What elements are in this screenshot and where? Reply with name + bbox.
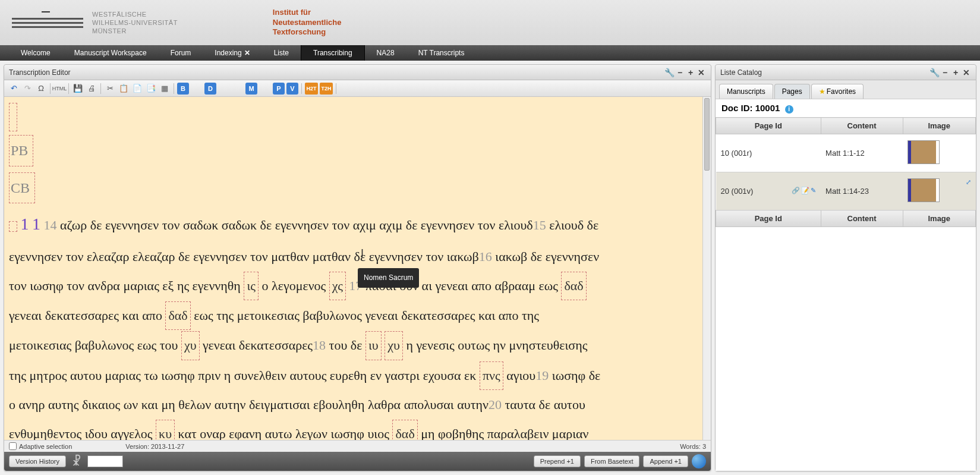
line-marker[interactable]	[9, 221, 17, 232]
nomen-sacrum[interactable]: δαδ	[561, 272, 586, 300]
copy-icon[interactable]: 📋	[118, 83, 130, 95]
globe-icon[interactable]	[692, 454, 706, 468]
nomen-sacrum[interactable]: ις	[244, 272, 259, 300]
tab-pages[interactable]: Pages	[774, 84, 810, 99]
col-content[interactable]: Content	[821, 118, 903, 134]
l-button[interactable]	[218, 83, 230, 95]
wrench-icon[interactable]: 🔧	[664, 68, 674, 77]
university-name: WESTFÄLISCHE WILHELMS-UNIVERSITÄT MÜNSTE…	[92, 10, 178, 36]
wrench-icon[interactable]: 🔧	[929, 68, 939, 77]
panel-title: Liste Catalog	[720, 68, 928, 77]
chapter-number: 1	[32, 215, 40, 233]
status-bar: Adaptive selection Version: 2013-11-27 W…	[4, 440, 711, 452]
minimize-icon[interactable]: −	[675, 68, 685, 77]
omega-button[interactable]: Ω	[35, 83, 47, 95]
break-marker[interactable]	[9, 103, 17, 131]
from-basetext-button[interactable]: From Basetext	[584, 455, 640, 467]
nav-manuscript-workspace[interactable]: Manuscript Workspace	[62, 45, 159, 61]
save-icon[interactable]: 💾	[72, 83, 84, 95]
slot-button[interactable]	[232, 83, 244, 95]
text-cursor-icon: I	[361, 243, 364, 265]
version-label: Version: 2013-11-27	[125, 443, 184, 450]
c-button[interactable]	[191, 83, 203, 95]
expand-icon[interactable]: ⤢	[966, 178, 971, 186]
html-button[interactable]: HTML	[53, 83, 65, 95]
transcription-editor[interactable]: PB CB 1 1 14 αζωρ δε εγεννησεν τον σαδωκ…	[4, 97, 702, 440]
nav-transcribing[interactable]: Transcribing	[301, 45, 365, 61]
nav-liste[interactable]: Liste	[262, 45, 301, 61]
nomen-sacrum[interactable]: δαδ	[165, 301, 190, 330]
t2h-button[interactable]: T2H	[320, 83, 333, 95]
print-icon[interactable]: 🖨	[86, 83, 97, 95]
nomen-sacrum[interactable]: ιυ	[365, 331, 382, 360]
nomen-sacrum[interactable]: χυ	[385, 331, 403, 360]
col-image[interactable]: Image	[903, 118, 975, 134]
verse-number: 20	[489, 397, 502, 412]
paste-special-icon[interactable]: 📑	[145, 83, 157, 95]
verse-number: 19	[535, 368, 549, 383]
nomen-sacrum[interactable]: κυ	[156, 420, 175, 440]
adaptive-selection-checkbox[interactable]	[9, 442, 17, 450]
v-button[interactable]: V	[286, 83, 298, 95]
manuscript-thumb[interactable]	[907, 178, 940, 202]
d-button[interactable]: D	[204, 83, 216, 95]
col-page-id[interactable]: Page Id	[716, 118, 821, 134]
editor-scrollbar[interactable]	[702, 97, 711, 440]
minimize-icon[interactable]: −	[940, 68, 950, 77]
m-button[interactable]: M	[245, 83, 257, 95]
star-icon: ★	[819, 87, 825, 96]
panels-container: Transcription Editor 🔧 − + ✕ ↶ ↷ Ω HTML …	[0, 61, 980, 475]
chapter-number: 1	[21, 215, 29, 233]
cell-page-id: 10 (001r)	[716, 134, 821, 172]
o-button[interactable]	[259, 83, 271, 95]
redo-button[interactable]: ↷	[21, 83, 33, 95]
col-page-id[interactable]: Page Id	[716, 210, 821, 227]
paste-icon[interactable]: 📄	[131, 83, 143, 95]
row-action-icons[interactable]: 🔗📝✎	[790, 187, 816, 194]
column-break-marker[interactable]: CB	[9, 172, 35, 203]
undo-button[interactable]: ↶	[8, 83, 20, 95]
cut-icon[interactable]: ✂	[104, 83, 116, 95]
close-icon[interactable]: ✕	[244, 49, 250, 57]
maximize-icon[interactable]: +	[686, 68, 695, 77]
cell-image	[903, 134, 975, 172]
page-break-marker[interactable]: PB	[9, 135, 33, 166]
close-icon[interactable]: ✕	[962, 68, 971, 77]
prepend-button[interactable]: Prepend +1	[534, 455, 581, 467]
nomen-sacrum[interactable]: χυ	[181, 331, 200, 360]
verse-number: 18	[313, 338, 326, 353]
logo-block: WESTFÄLISCHE WILHELMS-UNIVERSITÄT MÜNSTE…	[12, 8, 178, 37]
edit-icon: 📝	[801, 187, 809, 194]
col-image[interactable]: Image	[903, 210, 975, 227]
nav-indexing[interactable]: Indexing✕	[203, 45, 261, 61]
col-content[interactable]: Content	[821, 210, 903, 227]
nomen-sacrum[interactable]: δαδ	[392, 420, 417, 440]
info-icon[interactable]: i	[785, 105, 793, 114]
nav-nt-transcripts[interactable]: NT Transcripts	[407, 45, 477, 61]
cell-page-id: 20 (001v) 🔗📝✎	[716, 172, 821, 210]
version-history-button[interactable]: Version History	[9, 455, 66, 467]
table-row[interactable]: 20 (001v) 🔗📝✎ Matt 1:14-23 ⤢	[716, 172, 976, 210]
h2t-button[interactable]: H2T	[305, 83, 318, 95]
tab-favorites[interactable]: ★Favorites	[811, 84, 864, 99]
nomen-sacrum[interactable]: χς	[329, 272, 346, 300]
tab-manuscripts[interactable]: Manuscripts	[719, 84, 773, 99]
nav-forum[interactable]: Forum	[159, 45, 203, 61]
verse-number: 15	[533, 218, 546, 232]
panel-title: Transcription Editor	[9, 68, 663, 77]
manuscript-thumb[interactable]	[907, 140, 940, 164]
nav-welcome[interactable]: Welcome	[9, 45, 62, 61]
pencil-icon: ✎	[811, 187, 816, 194]
action-input[interactable]	[87, 455, 123, 467]
select-all-icon[interactable]: ▦	[159, 83, 171, 95]
p-button[interactable]: P	[273, 83, 285, 95]
b-button[interactable]: B	[177, 83, 189, 95]
catalog-tabs: Manuscripts Pages ★Favorites	[716, 80, 976, 99]
app-header: WESTFÄLISCHE WILHELMS-UNIVERSITÄT MÜNSTE…	[0, 0, 980, 45]
nomen-sacrum[interactable]: πνς	[480, 361, 503, 390]
append-button[interactable]: Append +1	[643, 455, 688, 467]
close-icon[interactable]: ✕	[697, 68, 706, 77]
table-row[interactable]: 10 (001r) Matt 1:1-12	[716, 134, 976, 172]
nav-na28[interactable]: NA28	[365, 45, 407, 61]
maximize-icon[interactable]: +	[951, 68, 960, 77]
